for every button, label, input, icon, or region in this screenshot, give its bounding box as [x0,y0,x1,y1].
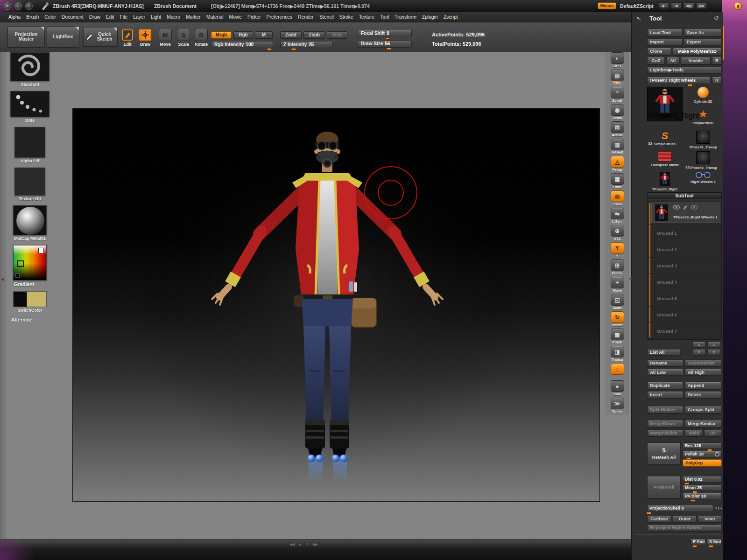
zsub-button[interactable]: Zsub [303,31,325,39]
insert-button[interactable]: Insert [647,391,684,399]
autoreorder-button[interactable]: AutoReorder [685,359,722,366]
menu-item[interactable]: Brush [26,14,39,20]
subtool-slot[interactable]: Unused 7 [648,322,720,339]
menu-item[interactable]: Edit [106,14,114,20]
menu-item[interactable]: Macro [167,14,180,20]
subtool-slot[interactable]: Unused 3 [648,257,720,273]
shelf-button[interactable]: ⊕ XYZ [611,225,624,242]
scroll-right-icon[interactable]: ▶▶ [313,542,317,546]
outer-button[interactable]: Outer [673,515,697,522]
alternate-label[interactable]: Alternate [11,317,33,322]
move-button[interactable]: M [159,29,172,41]
minimize-button[interactable]: − [14,2,22,10]
switch-color[interactable]: SwitchColor [13,291,47,313]
subtool-down2-button[interactable]: ▼ [707,349,720,355]
refresh-icon[interactable]: ↺ [714,14,719,21]
zcut-button[interactable]: Zcut [327,31,347,39]
pa-blur-handle[interactable] [691,499,695,502]
duplicate-button[interactable]: Duplicate [647,382,684,389]
shelf-button[interactable]: ◨ Transp [611,346,624,363]
shelf-button[interactable]: ≫ Xpose [611,398,624,415]
draw-size-slider[interactable]: Draw Size 56 [358,40,412,48]
tool-item-cylinder3d[interactable]: Cylinder3D [684,87,722,104]
tray-toggle-button[interactable]: ◀▦ [684,2,694,9]
projection-master-button[interactable]: Projection Master [7,26,45,48]
edit-button[interactable] [121,29,134,41]
subtool-header[interactable]: SubTool [647,192,722,199]
all-high-button[interactable]: All High [685,369,722,376]
list-all-button[interactable]: List All [647,349,681,356]
projection-shell-slider[interactable]: ProjectionShell 0 [647,505,713,512]
main-color-swatch[interactable] [13,291,27,307]
merge-visible-button[interactable]: MergeVisible [647,429,684,436]
draw-button[interactable] [139,29,152,41]
uv-button[interactable]: Uv [704,429,722,436]
shelf-button[interactable]: ◉ Zoom [611,104,624,121]
farthest-button[interactable]: Farthest [647,515,671,522]
e-smt-handle[interactable] [692,545,697,547]
e-smt-slider[interactable]: E Smt [691,539,705,545]
tool-item-right-wheels[interactable]: Right Wheels 1 [684,172,722,184]
brush-picker[interactable]: Standard [10,52,49,87]
active-tool-handle[interactable] [688,84,692,86]
goz-all-button[interactable]: All [666,57,679,64]
menus-button[interactable]: Menus [598,2,616,9]
shelf-button[interactable]: ▤ SPix [611,70,624,87]
lock-icon[interactable] [734,2,742,10]
s-smt-slider[interactable]: S Smt [707,539,722,545]
mean-slider[interactable]: Mean 25 [683,484,722,491]
current-tool-thumbnail[interactable]: TPose#3_Right [647,87,683,121]
goz-button[interactable]: GoZ [647,57,665,64]
tray-toggle-button[interactable]: ◀≡ [658,2,669,9]
current-color-swatch[interactable] [38,248,44,253]
polypaint-eye-icon[interactable] [691,205,698,210]
scroll-up-icon[interactable]: ▲ [298,542,302,546]
shelf-button[interactable]: ▥ AAHalf [611,139,624,156]
menu-item[interactable]: File [120,14,128,20]
make-polymesh3d-button[interactable]: Make PolyMesh3D [673,48,722,55]
focal-shift-slider[interactable]: Focal Shift 0 [358,30,412,37]
shelf-button[interactable]: ⇋ L.Sym [611,208,624,225]
reproject-button[interactable]: Reproject Higher Subdiv [647,525,722,531]
maximize-button[interactable]: + [25,2,33,10]
shelf-button[interactable]: ≡ Scroll [611,87,624,104]
shelf-button[interactable]: Y Y [611,242,624,259]
tool-item-transpose-master[interactable]: Transpose Maste [647,151,683,167]
goz-visible-button[interactable]: Visible [681,57,711,64]
import-button[interactable]: Import [647,38,683,46]
dist-slider[interactable]: Dist 0.02 [683,476,722,483]
mrgb-button[interactable]: Mrgb [211,31,232,39]
subtool-down-button[interactable]: ▼ [692,349,705,355]
menu-item[interactable]: Preferences [267,14,293,20]
tool-item-tpose3[interactable]: TPose#3_Right [647,172,683,191]
document-canvas[interactable] [72,108,600,502]
menu-item[interactable]: Transform [395,14,416,20]
subtool-slot[interactable]: Unused 1 [648,224,720,241]
load-tool-button[interactable]: Load Tool [647,29,683,36]
default-zscript-button[interactable]: DefaultZScript [620,3,654,9]
tray-toggle-button[interactable]: ▦▶ [696,2,707,9]
subtool-up-button[interactable]: ▲ [692,342,705,348]
merge-similar-button[interactable]: MergeSimilar [685,420,722,427]
stroke-picker[interactable]: Dots [10,91,49,123]
menu-item[interactable]: Zscript [444,14,458,20]
rotate-button[interactable]: R [195,29,208,41]
shelf-button[interactable]: ▩ PolyF [611,329,624,346]
z-intensity-slider[interactable]: Z Intensity 25 [280,41,333,48]
close-button[interactable]: ✕ [4,2,11,10]
append-button[interactable]: Append [685,382,722,389]
eye-icon[interactable] [673,205,680,210]
goz-r-button[interactable]: R [712,57,722,64]
menu-item[interactable]: Marker [186,14,201,20]
shelf-button[interactable]: ⊞ Frame [611,259,624,277]
menu-item[interactable]: Draw [89,14,100,20]
clone-button[interactable]: Clone [647,48,671,55]
tool-item-simplebrush[interactable]: S SimpleBrush 32 [647,131,683,146]
shelf-button[interactable]: + Move [611,277,624,294]
menu-item[interactable]: Document [62,14,84,20]
pa-blur-slider[interactable]: PA Blur 10 [683,493,722,499]
polish-toggle-icon[interactable]: ◯ [715,452,719,456]
split-hidden-button[interactable]: Split Hidden [647,406,684,413]
color-picker[interactable]: Gradient [13,245,47,287]
merge-down-button[interactable]: MergeDown [647,420,684,427]
